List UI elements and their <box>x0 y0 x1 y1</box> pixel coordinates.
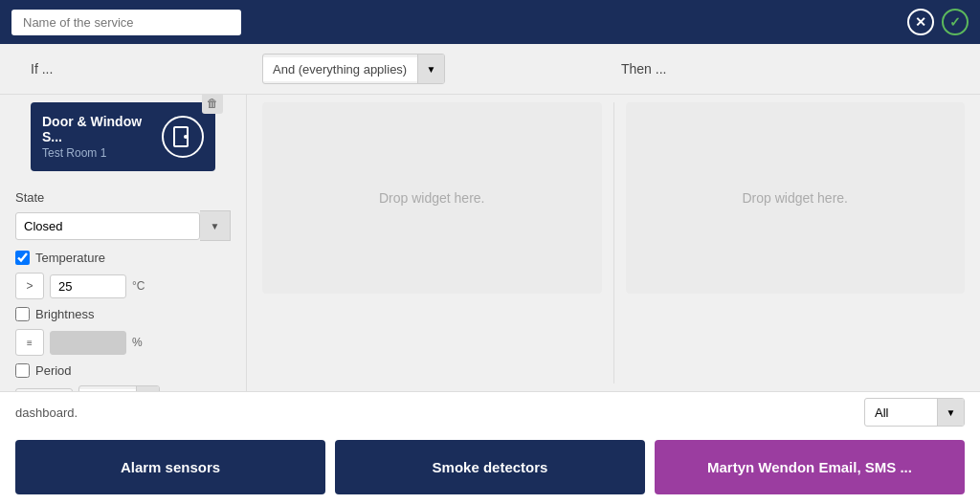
temperature-label: Temperature <box>35 251 105 265</box>
brightness-row: Brightness <box>15 307 231 321</box>
period-row: Period <box>15 363 231 378</box>
temperature-input-row: > °C <box>15 273 231 299</box>
state-dropdown-row: Closed Open ▼ <box>15 210 231 241</box>
filter-select[interactable]: All Sensors Actuators <box>865 402 937 424</box>
brightness-unit: % <box>132 336 143 349</box>
drop-zone-2: Drop widget here. <box>626 102 966 294</box>
widget-area: Drop widget here. Drop widget here. <box>247 95 980 391</box>
filter-dropdown-arrow[interactable]: ▼ <box>937 399 964 426</box>
bottom-top-row: dashboard. All Sensors Actuators ▼ <box>0 392 980 432</box>
device-card: Door & Window S... Test Room 1 🗑 <box>31 102 215 171</box>
temperature-unit: °C <box>132 279 145 293</box>
temperature-value-input[interactable] <box>50 274 126 298</box>
device-room: Test Room 1 <box>42 146 162 160</box>
and-select[interactable]: And (everything applies) <box>263 57 417 81</box>
vertical-divider <box>613 102 614 383</box>
brightness-checkbox[interactable] <box>15 307 30 321</box>
temperature-operator-btn[interactable]: > <box>15 273 44 299</box>
brightness-operator-btn[interactable]: ≡ <box>15 329 44 356</box>
top-bar: ✕ ✓ <box>0 0 980 44</box>
middle-header: And (everything applies) ▼ <box>262 54 606 84</box>
smoke-detectors-card[interactable]: Smoke detectors <box>335 440 645 494</box>
top-bar-actions: ✕ ✓ <box>907 9 969 35</box>
period-label: Period <box>35 363 72 378</box>
dashboard-text: dashboard. <box>15 405 78 420</box>
and-dropdown[interactable]: And (everything applies) ▼ <box>262 54 445 84</box>
filter-dropdown[interactable]: All Sensors Actuators ▼ <box>864 398 965 427</box>
device-icon <box>162 116 204 158</box>
temperature-checkbox[interactable] <box>15 251 30 265</box>
delete-button[interactable]: 🗑 <box>202 95 223 114</box>
brightness-input-row: ≡ % <box>15 329 231 356</box>
bottom-section: dashboard. All Sensors Actuators ▼ Alarm… <box>0 391 980 504</box>
if-label: If ... <box>15 61 262 77</box>
drop-zone-1: Drop widget here. <box>262 102 602 294</box>
device-name: Door & Window S... <box>42 114 162 144</box>
confirm-button[interactable]: ✓ <box>942 9 969 35</box>
state-label: State <box>15 190 231 205</box>
period-checkbox[interactable] <box>15 363 30 378</box>
header-row: If ... And (everything applies) ▼ Then .… <box>0 44 980 95</box>
alarm-sensors-card[interactable]: Alarm sensors <box>15 440 325 494</box>
and-dropdown-arrow[interactable]: ▼ <box>417 55 444 83</box>
brightness-value-input[interactable] <box>50 331 126 355</box>
widget-cards: Alarm sensors Smoke detectors Martyn Wen… <box>0 432 980 504</box>
svg-point-1 <box>185 136 187 138</box>
close-button[interactable]: ✕ <box>907 9 934 35</box>
service-name-input[interactable] <box>11 10 241 35</box>
brightness-label: Brightness <box>35 307 94 321</box>
temperature-row: Temperature <box>15 251 231 265</box>
controls-section: State Closed Open ▼ Temperature > °C <box>0 179 246 391</box>
state-dropdown-arrow[interactable]: ▼ <box>200 210 231 241</box>
app-container: ✕ ✓ If ... And (everything applies) ▼ Th… <box>0 0 980 504</box>
device-info: Door & Window S... Test Room 1 <box>42 114 162 160</box>
if-controls: Door & Window S... Test Room 1 🗑 <box>0 95 247 391</box>
state-select[interactable]: Closed Open <box>15 212 200 240</box>
body-row: Door & Window S... Test Room 1 🗑 <box>0 95 980 391</box>
then-label: Then ... <box>621 61 666 77</box>
email-sms-card[interactable]: Martyn Wendon Email, SMS ... <box>655 440 965 494</box>
